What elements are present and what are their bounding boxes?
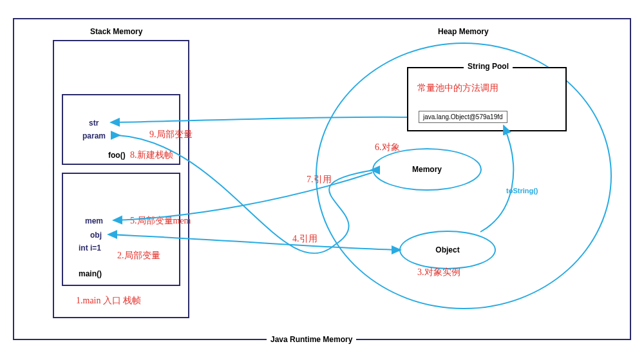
annotation-2: 2.局部变量 (117, 250, 160, 262)
tostring-label: toString() (506, 187, 538, 195)
diagram-caption: Java Runtime Memory (267, 335, 356, 344)
func-foo: foo() (108, 151, 126, 160)
annotation-8: 8.新建栈帧 (130, 149, 173, 161)
annotation-5: 5.局部变量mem (130, 215, 191, 227)
var-inti: int i=1 (79, 243, 101, 253)
string-pool-title: String Pool (464, 62, 513, 71)
var-param: param (82, 131, 106, 140)
func-main: main() (79, 269, 102, 278)
stack-memory-title: Stack Memory (90, 27, 142, 36)
var-mem: mem (85, 216, 103, 225)
annotation-6: 6.对象 (375, 142, 400, 153)
string-literal: java.lang.Object@579a19fd (419, 111, 507, 123)
annotation-pool-note: 常量池中的方法调用 (417, 82, 498, 94)
annotation-7: 7.引用 (307, 174, 332, 186)
annotation-1: 1.main 入口 栈帧 (76, 295, 142, 307)
memory-object: Memory (372, 148, 482, 191)
annotation-9: 9.局部变量 (149, 129, 193, 140)
annotation-4: 4.引用 (292, 233, 317, 245)
heap-memory-title: Heap Memory (438, 27, 489, 36)
var-obj: obj (90, 231, 102, 240)
annotation-3: 3.对象实例 (417, 267, 460, 278)
object-instance: Object (399, 231, 496, 269)
var-str: str (89, 119, 99, 128)
